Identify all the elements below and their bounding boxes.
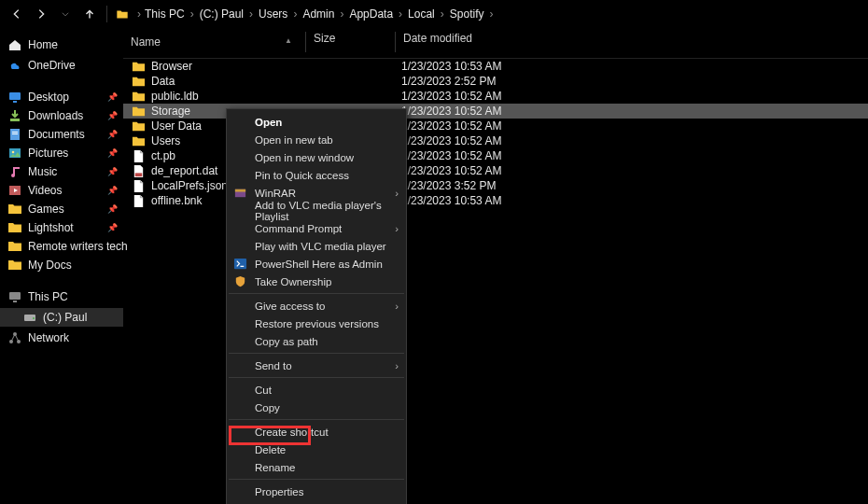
- ctx-open-new-window[interactable]: Open in new window: [227, 148, 406, 166]
- ctx-properties[interactable]: Properties: [227, 483, 406, 500]
- pin-icon: 📌: [107, 204, 118, 214]
- ctx-open-new-tab[interactable]: Open in new tab: [227, 131, 406, 148]
- sidebar-item-documents[interactable]: Documents📌: [0, 125, 123, 144]
- column-header-name[interactable]: Name ▲: [123, 32, 305, 52]
- breadcrumb: This PC› (C:) Paul› Users› Admin› AppDat…: [143, 6, 493, 22]
- file-name: ct.pb: [151, 149, 175, 162]
- chevron-icon[interactable]: ›: [293, 7, 297, 21]
- file-date: 1/23/2023 10:52 AM: [394, 149, 868, 162]
- sidebar-label: OneDrive: [28, 59, 76, 72]
- ctx-delete[interactable]: Delete: [227, 441, 406, 458]
- chevron-icon[interactable]: ›: [399, 7, 402, 21]
- pin-icon: 📌: [107, 223, 118, 232]
- chevron-icon[interactable]: ›: [249, 7, 253, 21]
- ctx-give-access[interactable]: Give access to›: [227, 297, 406, 315]
- videos-icon: [7, 183, 22, 198]
- ctx-take-ownership[interactable]: Take Ownership: [227, 273, 406, 290]
- folder-icon: [7, 258, 22, 273]
- sidebar-item-videos[interactable]: Videos📌: [0, 181, 123, 200]
- nav-back-button[interactable]: [6, 3, 28, 25]
- file-icon: [131, 148, 146, 163]
- chevron-right-icon: ›: [395, 301, 399, 312]
- drive-icon: [22, 310, 37, 325]
- sidebar-item-games[interactable]: Games📌: [0, 200, 123, 218]
- cloud-icon: [7, 58, 22, 73]
- column-header-size[interactable]: Size: [306, 32, 395, 52]
- pictures-icon: [7, 146, 22, 161]
- sidebar-item-network[interactable]: Network: [0, 329, 123, 347]
- sidebar-item-onedrive[interactable]: OneDrive: [0, 56, 123, 75]
- sidebar-item-home[interactable]: Home: [0, 35, 123, 54]
- network-icon: [7, 330, 22, 345]
- breadcrumb-item[interactable]: Admin: [301, 6, 336, 22]
- sidebar-item-drive[interactable]: (C:) Paul: [0, 308, 123, 327]
- file-row[interactable]: Data1/23/2023 2:52 PM: [123, 74, 868, 89]
- sidebar-label: Home: [28, 38, 58, 51]
- ctx-restore[interactable]: Restore previous versions: [227, 315, 406, 332]
- file-name: offline.bnk: [151, 194, 203, 207]
- ctx-cmd[interactable]: Command Prompt›: [227, 219, 406, 237]
- chevron-icon[interactable]: ›: [441, 7, 444, 21]
- file-date: 1/23/2023 10:53 AM: [394, 194, 868, 207]
- pin-icon: 📌: [107, 186, 118, 195]
- ctx-pin-quick[interactable]: Pin to Quick access: [227, 166, 406, 184]
- sidebar-label: Desktop: [28, 91, 69, 104]
- file-date: 1/23/2023 10:53 AM: [394, 60, 868, 73]
- chevron-icon[interactable]: ›: [137, 7, 141, 21]
- sidebar-label: My Docs: [28, 259, 72, 272]
- folder-icon: [7, 220, 22, 235]
- file-name: de_report.dat: [151, 164, 217, 177]
- sidebar-item-desktop[interactable]: Desktop📌: [0, 88, 123, 106]
- breadcrumb-item[interactable]: Users: [257, 6, 289, 22]
- sidebar-label: Network: [28, 331, 69, 344]
- chevron-icon[interactable]: ›: [340, 7, 343, 21]
- sidebar-item-remote-writers-tech[interactable]: Remote writers tech: [0, 237, 123, 256]
- sidebar-label: (C:) Paul: [43, 311, 87, 324]
- file-name: Users: [151, 134, 180, 147]
- ctx-vlc-playlist[interactable]: Add to VLC media player's Playlist: [227, 202, 406, 219]
- file-row[interactable]: Browser1/23/2023 10:53 AM: [123, 59, 868, 74]
- ctx-powershell[interactable]: PowerShell Here as Admin: [227, 255, 406, 273]
- sidebar-item-thispc[interactable]: This PC: [0, 287, 123, 306]
- sidebar-item-downloads[interactable]: Downloads📌: [0, 106, 123, 125]
- file-row[interactable]: public.ldb1/23/2023 10:52 AM: [123, 89, 868, 104]
- navigation-sidebar: Home OneDrive Desktop📌Downloads📌Document…: [0, 28, 123, 504]
- ctx-copy-path[interactable]: Copy as path: [227, 332, 406, 350]
- ctx-cut[interactable]: Cut: [227, 381, 406, 399]
- pin-icon: 📌: [107, 148, 118, 158]
- address-folder-icon: [115, 8, 130, 21]
- breadcrumb-item[interactable]: Local: [406, 6, 437, 22]
- chevron-icon[interactable]: ›: [489, 7, 493, 21]
- sidebar-item-music[interactable]: Music📌: [0, 162, 123, 181]
- ctx-open[interactable]: Open: [227, 113, 406, 131]
- desktop-icon: [7, 90, 22, 105]
- context-menu: Open Open in new tab Open in new window …: [226, 108, 407, 504]
- nav-recent-button[interactable]: [54, 3, 77, 25]
- breadcrumb-item[interactable]: Spotify: [448, 6, 486, 22]
- pin-icon: 📌: [107, 167, 118, 176]
- ctx-create-shortcut[interactable]: Create shortcut: [227, 423, 406, 441]
- winrar-icon: [232, 186, 247, 201]
- folder-icon: [7, 202, 22, 217]
- file-date: 1/23/2023 10:52 AM: [394, 134, 868, 147]
- column-header-date[interactable]: Date modified: [396, 32, 868, 52]
- breadcrumb-item[interactable]: This PC: [143, 6, 187, 22]
- nav-forward-button[interactable]: [30, 3, 52, 25]
- ctx-rename[interactable]: Rename: [227, 458, 406, 476]
- chevron-icon[interactable]: ›: [190, 7, 194, 21]
- file-icon: [131, 178, 146, 193]
- ctx-send-to[interactable]: Send to›: [227, 357, 406, 374]
- file-icon: [131, 193, 146, 208]
- sidebar-item-lightshot[interactable]: Lightshot📌: [0, 218, 123, 237]
- file-name: public.ldb: [151, 90, 199, 103]
- column-label: Name: [131, 35, 161, 49]
- column-label: Date modified: [403, 32, 472, 45]
- ctx-vlc-play[interactable]: Play with VLC media player: [227, 237, 406, 255]
- sidebar-item-pictures[interactable]: Pictures📌: [0, 144, 123, 162]
- breadcrumb-item[interactable]: (C:) Paul: [198, 6, 245, 22]
- breadcrumb-item[interactable]: AppData: [347, 6, 395, 22]
- ctx-copy[interactable]: Copy: [227, 399, 406, 416]
- sidebar-item-my-docs[interactable]: My Docs: [0, 256, 123, 274]
- toolbar: › This PC› (C:) Paul› Users› Admin› AppD…: [0, 0, 868, 28]
- nav-up-button[interactable]: [78, 3, 101, 25]
